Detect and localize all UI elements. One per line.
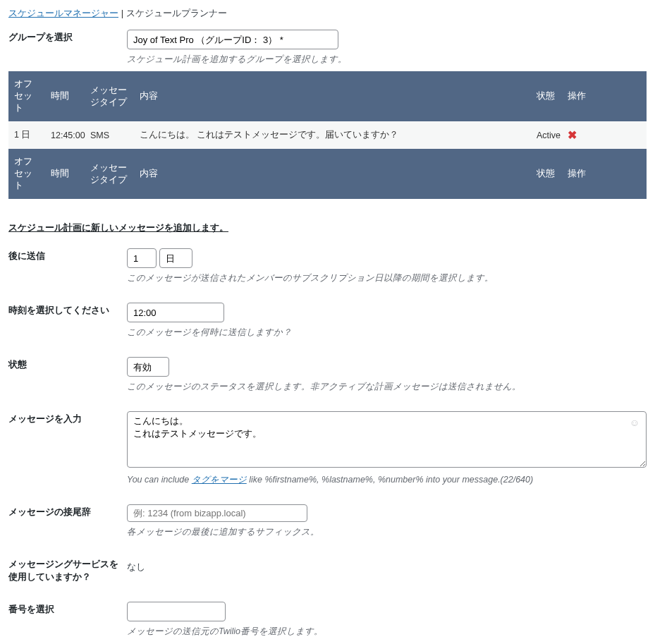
tf-content: 内容	[134, 149, 531, 199]
msg-service-label: メッセージングサービスを使用していますか？	[8, 557, 127, 583]
message-textarea[interactable]	[127, 411, 647, 468]
cell-offset: 1 日	[8, 121, 45, 149]
send-after-label: 後に送信	[8, 248, 127, 262]
suffix-help: 各メッセージの最後に追加するサフィックス。	[127, 526, 647, 538]
group-select-help: スケジュール計画を追加するグループを選択します。	[127, 54, 647, 66]
th-action: 操作	[562, 71, 647, 121]
tf-action: 操作	[562, 149, 647, 199]
breadcrumb: スケジュールマネージャー | スケジュールプランナー	[8, 7, 647, 20]
send-after-unit-select[interactable]: 日	[159, 248, 192, 268]
th-status: 状態	[531, 71, 562, 121]
tf-status: 状態	[531, 149, 562, 199]
add-message-heading: スケジュール計画に新しいメッセージを追加します。	[8, 221, 228, 234]
th-time: 時間	[45, 71, 85, 121]
msg-service-value: なし	[127, 561, 145, 572]
merge-tags-link[interactable]: タグをマージ	[192, 475, 247, 485]
th-offset: オフセット	[8, 71, 45, 121]
time-label: 時刻を選択してください	[8, 303, 127, 317]
delete-icon[interactable]: ✖	[568, 129, 577, 141]
group-select-label: グループを選択	[8, 30, 127, 44]
status-label: 状態	[8, 357, 127, 371]
number-help: メッセージの送信元のTwilio番号を選択します。	[127, 626, 647, 638]
group-select[interactable]: Joy of Text Pro （グループID： 3） *	[127, 30, 338, 49]
cell-content: こんにちは。 これはテストメッセージです。届いていますか？	[134, 121, 531, 149]
breadcrumb-sep: |	[121, 8, 123, 18]
th-content: 内容	[134, 71, 531, 121]
send-after-help: このメッセージが送信されたメンバーのサブスクリプション日以降の期間を選択します。	[127, 272, 647, 284]
suffix-input[interactable]	[127, 504, 307, 522]
cell-time: 12:45:00	[45, 121, 85, 149]
number-label: 番号を選択	[8, 602, 127, 616]
cell-status: Active	[531, 121, 562, 149]
tf-time: 時間	[45, 149, 85, 199]
breadcrumb-current: スケジュールプランナー	[126, 8, 227, 18]
status-help: このメッセージのステータスを選択します。非アクティブな計画メッセージは送信されま…	[127, 381, 647, 393]
message-label: メッセージを入力	[8, 411, 127, 425]
send-after-num-select[interactable]: 1	[127, 248, 157, 268]
cell-action: ✖	[562, 121, 647, 149]
status-select[interactable]: 有効	[127, 357, 169, 377]
message-help: You can include タグをマージ like %firstname%,…	[127, 474, 647, 486]
tf-type: メッセージタイプ	[85, 149, 134, 199]
breadcrumb-link-manager[interactable]: スケジュールマネージャー	[8, 8, 118, 18]
suffix-label: メッセージの接尾辞	[8, 504, 127, 518]
cell-type: SMS	[85, 121, 134, 149]
tf-offset: オフセット	[8, 149, 45, 199]
th-type: メッセージタイプ	[85, 71, 134, 121]
time-help: このメッセージを何時に送信しますか？	[127, 327, 647, 339]
schedule-table: オフセット 時間 メッセージタイプ 内容 状態 操作 1 日 12:45:00 …	[8, 71, 647, 199]
table-row: 1 日 12:45:00 SMS こんにちは。 これはテストメッセージです。届い…	[8, 121, 647, 149]
time-select[interactable]: 12:00	[127, 303, 224, 322]
number-select[interactable]	[127, 602, 226, 621]
